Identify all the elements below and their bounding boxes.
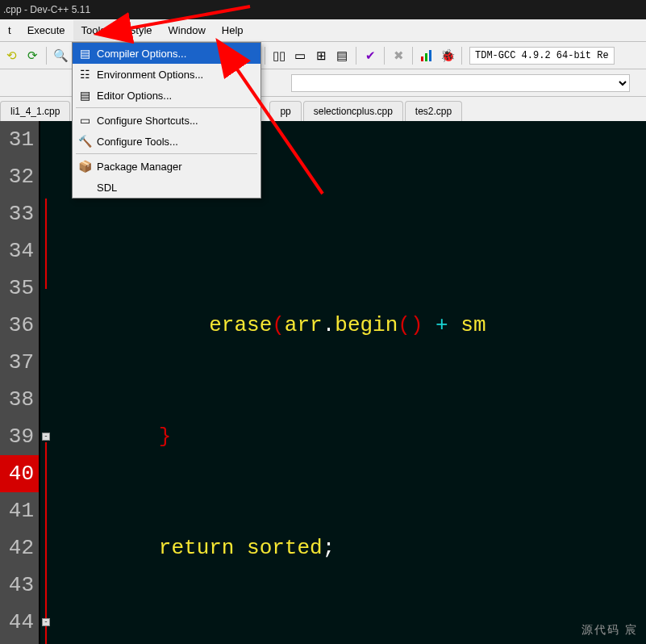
menu-help[interactable]: Help bbox=[214, 20, 252, 40]
fold-line bbox=[45, 442, 47, 644]
fold-toggle[interactable]: - bbox=[42, 433, 50, 441]
line-number: 35 bbox=[0, 270, 34, 307]
menu-sdl[interactable]: SDL bbox=[73, 177, 260, 198]
editor: 31 32 33 34 35 36 37 38 39 40 41 42 43 4… bbox=[0, 121, 646, 644]
menubar: t Execute Tools AStyle Window Help bbox=[0, 19, 646, 42]
tools-dropdown: ▤ Compiler Options... ☷ Environment Opti… bbox=[72, 42, 261, 199]
svg-rect-2 bbox=[429, 50, 431, 61]
menu-compiler-options[interactable]: ▤ Compiler Options... bbox=[73, 43, 260, 64]
separator bbox=[265, 47, 265, 65]
line-number: 39 bbox=[0, 418, 34, 455]
check-icon[interactable]: ✔ bbox=[361, 46, 380, 65]
svg-rect-0 bbox=[421, 56, 423, 61]
line-number: 42 bbox=[0, 529, 34, 567]
separator bbox=[412, 47, 413, 65]
tab-file-2[interactable]: pp bbox=[269, 101, 301, 121]
layout1-icon[interactable]: ▯▯ bbox=[269, 46, 289, 65]
tab-file-1[interactable]: li1_4_1.cpp bbox=[0, 101, 70, 121]
code-area[interactable]: erase(arr.begin() + sm } return sorted; … bbox=[53, 121, 646, 644]
bug-icon[interactable]: 🐞 bbox=[438, 46, 457, 65]
package-icon: 📦 bbox=[73, 160, 97, 173]
separator bbox=[384, 47, 385, 65]
watermark: 源代码 宸 bbox=[581, 623, 638, 638]
line-number: 31 bbox=[0, 121, 34, 158]
code-line bbox=[53, 195, 646, 232]
hammer-icon: 🔨 bbox=[73, 135, 97, 148]
close-icon[interactable]: ✖ bbox=[389, 46, 408, 65]
menu-configure-tools[interactable]: 🔨 Configure Tools... bbox=[73, 131, 260, 152]
window-title: .cpp - Dev-C++ 5.11 bbox=[3, 4, 90, 15]
sliders-icon: ☷ bbox=[73, 68, 97, 81]
dropdown-separator bbox=[76, 153, 257, 154]
line-number: 41 bbox=[0, 492, 34, 529]
line-number: 33 bbox=[0, 195, 34, 232]
layout2-icon[interactable]: ▭ bbox=[290, 46, 310, 65]
code-line: return sorted; bbox=[53, 529, 646, 567]
menu-configure-shortcuts[interactable]: ▭ Configure Shortcuts... bbox=[73, 110, 260, 131]
line-number: 37 bbox=[0, 344, 34, 381]
line-number-gutter: 31 32 33 34 35 36 37 38 39 40 41 42 43 4… bbox=[0, 121, 40, 644]
menu-editor-options[interactable]: ▤ Editor Options... bbox=[73, 85, 260, 106]
separator bbox=[356, 47, 356, 65]
compiler-selector[interactable]: TDM-GCC 4.9.2 64-bit Re bbox=[469, 47, 615, 65]
line-number: 32 bbox=[0, 158, 34, 195]
fold-toggle[interactable]: - bbox=[42, 618, 50, 626]
menu-astyle[interactable]: AStyle bbox=[114, 20, 160, 40]
chart-icon[interactable] bbox=[417, 46, 436, 65]
line-number: 38 bbox=[0, 381, 34, 418]
toolbox-icon: ▤ bbox=[73, 47, 97, 60]
menu-tools[interactable]: Tools bbox=[73, 20, 114, 40]
code-line: erase(arr.begin() + sm bbox=[53, 307, 646, 344]
fold-column: - - bbox=[40, 121, 53, 644]
line-number: 44 bbox=[0, 604, 34, 641]
line-number: 43 bbox=[0, 567, 34, 604]
tab-file-3[interactable]: selectioncplus.cpp bbox=[303, 101, 403, 121]
menu-t[interactable]: t bbox=[0, 20, 19, 40]
separator bbox=[46, 47, 47, 65]
undo-icon[interactable]: ⟲ bbox=[2, 46, 21, 65]
keyboard-icon: ▭ bbox=[73, 114, 97, 127]
menu-environment-options[interactable]: ☷ Environment Options... bbox=[73, 64, 260, 85]
code-line: } bbox=[53, 418, 646, 455]
editor-icon: ▤ bbox=[73, 89, 97, 102]
layout3-icon[interactable]: ⊞ bbox=[311, 46, 331, 65]
fold-line bbox=[45, 199, 47, 289]
layout4-icon[interactable]: ▤ bbox=[332, 46, 352, 65]
dropdown-separator bbox=[76, 107, 257, 108]
menu-execute[interactable]: Execute bbox=[19, 20, 73, 40]
redo-icon[interactable]: ⟳ bbox=[23, 46, 42, 65]
class-browser-select[interactable] bbox=[291, 74, 630, 92]
menu-window[interactable]: Window bbox=[160, 20, 214, 40]
titlebar: .cpp - Dev-C++ 5.11 bbox=[0, 0, 646, 19]
search-icon[interactable]: 🔍 bbox=[51, 46, 70, 65]
code-line: } bbox=[53, 641, 646, 644]
svg-rect-1 bbox=[425, 53, 427, 61]
menu-package-manager[interactable]: 📦 Package Manager bbox=[73, 156, 260, 177]
tab-file-4[interactable]: tes2.cpp bbox=[405, 101, 462, 121]
line-number: 34 bbox=[0, 232, 34, 270]
line-number: 40 bbox=[0, 455, 39, 492]
separator bbox=[461, 47, 462, 65]
line-number: 36 bbox=[0, 307, 34, 344]
